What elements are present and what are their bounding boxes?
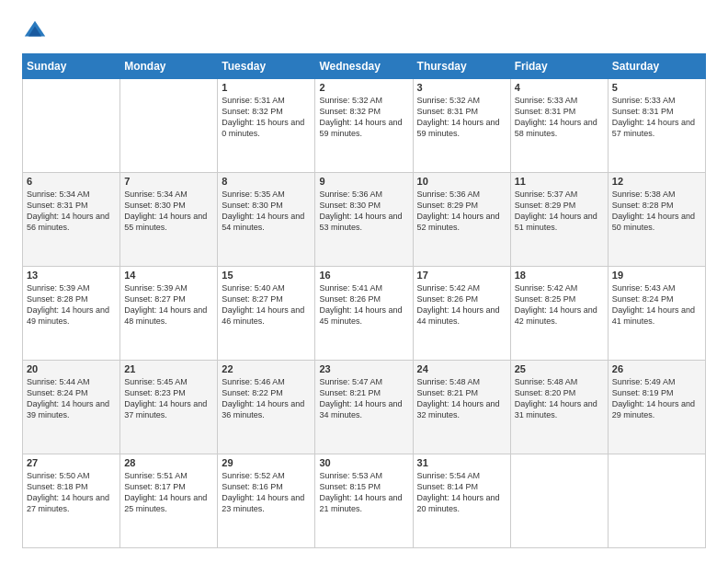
day-info: Sunrise: 5:47 AM Sunset: 8:21 PM Dayligh… xyxy=(319,376,408,421)
day-number: 29 xyxy=(222,457,311,468)
calendar-cell: 10Sunrise: 5:36 AM Sunset: 8:29 PM Dayli… xyxy=(413,173,510,267)
day-number: 7 xyxy=(124,176,213,187)
calendar-header-friday: Friday xyxy=(510,54,608,79)
calendar-cell: 28Sunrise: 5:51 AM Sunset: 8:17 PM Dayli… xyxy=(120,454,218,548)
calendar-week-2: 6Sunrise: 5:34 AM Sunset: 8:31 PM Daylig… xyxy=(23,173,706,267)
day-number: 13 xyxy=(27,270,116,281)
day-number: 25 xyxy=(515,363,604,374)
calendar-cell: 17Sunrise: 5:42 AM Sunset: 8:26 PM Dayli… xyxy=(413,267,510,361)
calendar-cell: 16Sunrise: 5:41 AM Sunset: 8:26 PM Dayli… xyxy=(315,267,413,361)
day-info: Sunrise: 5:34 AM Sunset: 8:31 PM Dayligh… xyxy=(27,189,116,234)
calendar-cell: 24Sunrise: 5:48 AM Sunset: 8:21 PM Dayli… xyxy=(413,361,510,454)
day-number: 31 xyxy=(417,457,506,468)
day-number: 9 xyxy=(319,176,408,187)
day-number: 20 xyxy=(27,363,116,374)
logo-icon xyxy=(22,18,48,44)
calendar-header-monday: Monday xyxy=(120,54,218,79)
day-info: Sunrise: 5:40 AM Sunset: 8:27 PM Dayligh… xyxy=(222,282,311,327)
day-number: 22 xyxy=(222,363,311,374)
day-number: 1 xyxy=(222,82,311,93)
day-info: Sunrise: 5:36 AM Sunset: 8:29 PM Dayligh… xyxy=(417,189,506,234)
calendar-cell: 31Sunrise: 5:54 AM Sunset: 8:14 PM Dayli… xyxy=(413,454,510,548)
day-number: 5 xyxy=(612,82,701,93)
day-number: 17 xyxy=(417,270,506,281)
day-info: Sunrise: 5:42 AM Sunset: 8:25 PM Dayligh… xyxy=(515,282,604,327)
calendar-cell: 25Sunrise: 5:48 AM Sunset: 8:20 PM Dayli… xyxy=(510,361,608,454)
page: SundayMondayTuesdayWednesdayThursdayFrid… xyxy=(0,0,728,563)
calendar-header-sunday: Sunday xyxy=(23,54,120,79)
calendar-cell: 19Sunrise: 5:43 AM Sunset: 8:24 PM Dayli… xyxy=(608,267,705,361)
day-number: 19 xyxy=(612,270,701,281)
day-info: Sunrise: 5:51 AM Sunset: 8:17 PM Dayligh… xyxy=(124,470,213,515)
day-info: Sunrise: 5:46 AM Sunset: 8:22 PM Dayligh… xyxy=(222,376,311,421)
day-info: Sunrise: 5:31 AM Sunset: 8:32 PM Dayligh… xyxy=(222,95,311,140)
day-number: 3 xyxy=(417,82,506,93)
day-info: Sunrise: 5:52 AM Sunset: 8:16 PM Dayligh… xyxy=(222,470,311,515)
calendar-cell: 26Sunrise: 5:49 AM Sunset: 8:19 PM Dayli… xyxy=(608,361,705,454)
calendar-cell: 3Sunrise: 5:32 AM Sunset: 8:31 PM Daylig… xyxy=(413,79,510,173)
day-number: 30 xyxy=(319,457,408,468)
calendar-cell: 22Sunrise: 5:46 AM Sunset: 8:22 PM Dayli… xyxy=(218,361,315,454)
day-number: 21 xyxy=(124,363,213,374)
calendar-header-thursday: Thursday xyxy=(413,54,510,79)
day-info: Sunrise: 5:36 AM Sunset: 8:30 PM Dayligh… xyxy=(319,189,408,234)
calendar-cell: 29Sunrise: 5:52 AM Sunset: 8:16 PM Dayli… xyxy=(218,454,315,548)
day-number: 4 xyxy=(515,82,604,93)
day-number: 27 xyxy=(27,457,116,468)
calendar-cell: 5Sunrise: 5:33 AM Sunset: 8:31 PM Daylig… xyxy=(608,79,705,173)
day-info: Sunrise: 5:37 AM Sunset: 8:29 PM Dayligh… xyxy=(515,189,604,234)
calendar-cell xyxy=(23,79,120,173)
calendar-header-wednesday: Wednesday xyxy=(315,54,413,79)
calendar-cell: 4Sunrise: 5:33 AM Sunset: 8:31 PM Daylig… xyxy=(510,79,608,173)
day-info: Sunrise: 5:39 AM Sunset: 8:28 PM Dayligh… xyxy=(27,282,116,327)
calendar-table: SundayMondayTuesdayWednesdayThursdayFrid… xyxy=(22,53,706,548)
calendar-header-tuesday: Tuesday xyxy=(218,54,315,79)
calendar-cell: 18Sunrise: 5:42 AM Sunset: 8:25 PM Dayli… xyxy=(510,267,608,361)
day-number: 16 xyxy=(319,270,408,281)
day-info: Sunrise: 5:42 AM Sunset: 8:26 PM Dayligh… xyxy=(417,282,506,327)
day-number: 8 xyxy=(222,176,311,187)
day-info: Sunrise: 5:32 AM Sunset: 8:32 PM Dayligh… xyxy=(319,95,408,140)
calendar-cell: 12Sunrise: 5:38 AM Sunset: 8:28 PM Dayli… xyxy=(608,173,705,267)
header xyxy=(22,18,706,44)
calendar-week-4: 20Sunrise: 5:44 AM Sunset: 8:24 PM Dayli… xyxy=(23,361,706,454)
day-info: Sunrise: 5:48 AM Sunset: 8:21 PM Dayligh… xyxy=(417,376,506,421)
day-info: Sunrise: 5:38 AM Sunset: 8:28 PM Dayligh… xyxy=(612,189,701,234)
day-number: 24 xyxy=(417,363,506,374)
calendar-cell: 20Sunrise: 5:44 AM Sunset: 8:24 PM Dayli… xyxy=(23,361,120,454)
calendar-cell: 8Sunrise: 5:35 AM Sunset: 8:30 PM Daylig… xyxy=(218,173,315,267)
day-info: Sunrise: 5:32 AM Sunset: 8:31 PM Dayligh… xyxy=(417,95,506,140)
calendar-cell xyxy=(608,454,705,548)
day-info: Sunrise: 5:41 AM Sunset: 8:26 PM Dayligh… xyxy=(319,282,408,327)
day-number: 23 xyxy=(319,363,408,374)
day-number: 28 xyxy=(124,457,213,468)
calendar-cell: 6Sunrise: 5:34 AM Sunset: 8:31 PM Daylig… xyxy=(23,173,120,267)
calendar-header-saturday: Saturday xyxy=(608,54,705,79)
calendar-week-5: 27Sunrise: 5:50 AM Sunset: 8:18 PM Dayli… xyxy=(23,454,706,548)
calendar-cell: 27Sunrise: 5:50 AM Sunset: 8:18 PM Dayli… xyxy=(23,454,120,548)
day-info: Sunrise: 5:44 AM Sunset: 8:24 PM Dayligh… xyxy=(27,376,116,421)
calendar-cell: 11Sunrise: 5:37 AM Sunset: 8:29 PM Dayli… xyxy=(510,173,608,267)
day-number: 6 xyxy=(27,176,116,187)
day-number: 18 xyxy=(515,270,604,281)
day-info: Sunrise: 5:33 AM Sunset: 8:31 PM Dayligh… xyxy=(612,95,701,140)
calendar-cell: 9Sunrise: 5:36 AM Sunset: 8:30 PM Daylig… xyxy=(315,173,413,267)
calendar-week-3: 13Sunrise: 5:39 AM Sunset: 8:28 PM Dayli… xyxy=(23,267,706,361)
day-number: 11 xyxy=(515,176,604,187)
day-info: Sunrise: 5:54 AM Sunset: 8:14 PM Dayligh… xyxy=(417,470,506,515)
calendar-cell: 7Sunrise: 5:34 AM Sunset: 8:30 PM Daylig… xyxy=(120,173,218,267)
day-info: Sunrise: 5:35 AM Sunset: 8:30 PM Dayligh… xyxy=(222,189,311,234)
day-number: 2 xyxy=(319,82,408,93)
day-number: 10 xyxy=(417,176,506,187)
calendar-cell: 15Sunrise: 5:40 AM Sunset: 8:27 PM Dayli… xyxy=(218,267,315,361)
calendar-cell: 14Sunrise: 5:39 AM Sunset: 8:27 PM Dayli… xyxy=(120,267,218,361)
calendar-cell: 23Sunrise: 5:47 AM Sunset: 8:21 PM Dayli… xyxy=(315,361,413,454)
calendar-cell xyxy=(510,454,608,548)
day-info: Sunrise: 5:45 AM Sunset: 8:23 PM Dayligh… xyxy=(124,376,213,421)
day-info: Sunrise: 5:34 AM Sunset: 8:30 PM Dayligh… xyxy=(124,189,213,234)
day-number: 12 xyxy=(612,176,701,187)
day-info: Sunrise: 5:39 AM Sunset: 8:27 PM Dayligh… xyxy=(124,282,213,327)
day-info: Sunrise: 5:48 AM Sunset: 8:20 PM Dayligh… xyxy=(515,376,604,421)
logo xyxy=(22,18,51,44)
calendar-cell: 2Sunrise: 5:32 AM Sunset: 8:32 PM Daylig… xyxy=(315,79,413,173)
